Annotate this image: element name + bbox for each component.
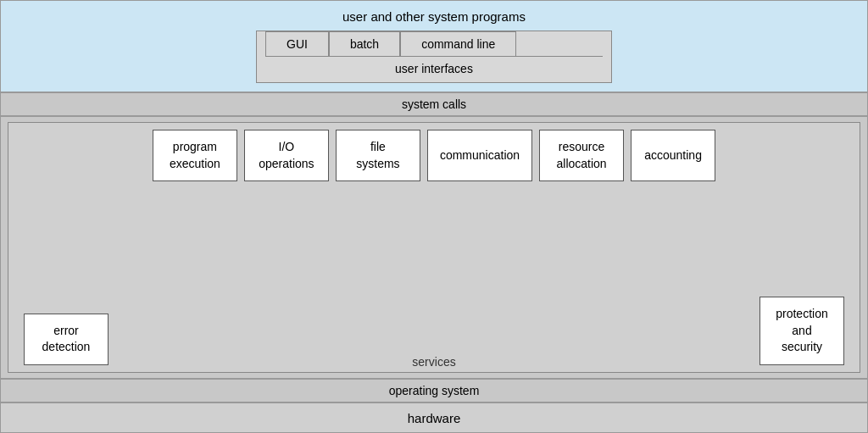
batch-item: batch	[329, 31, 400, 56]
gui-item: GUI	[265, 31, 329, 56]
service-protection-security: protectionandsecurity	[760, 297, 844, 365]
operating-system-layer: operating system	[0, 379, 868, 402]
user-interfaces-box: GUI batch command line user interfaces	[256, 31, 612, 83]
user-programs-layer: user and other system programs GUI batch…	[0, 0, 868, 92]
ui-interfaces-label: user interfaces	[265, 57, 603, 75]
ui-interfaces-top: GUI batch command line	[265, 31, 603, 57]
service-file-systems: filesystems	[336, 130, 420, 181]
service-program-execution: programexecution	[153, 130, 237, 181]
service-accounting: accounting	[631, 130, 715, 181]
hardware-label: hardware	[408, 411, 461, 425]
hardware-layer: hardware	[0, 402, 868, 433]
system-calls-layer: system calls	[0, 92, 868, 116]
user-programs-title: user and other system programs	[342, 9, 526, 24]
services-inner-box: programexecution I/Ooperations filesyste…	[8, 122, 860, 373]
system-calls-label: system calls	[402, 97, 466, 111]
service-resource-allocation: resourceallocation	[539, 130, 624, 181]
services-label: services	[412, 355, 455, 369]
service-io-operations: I/Ooperations	[244, 130, 329, 181]
services-top-row: programexecution I/Ooperations filesyste…	[15, 130, 853, 181]
service-communication: communication	[427, 130, 532, 181]
service-error-detection: errordetection	[24, 314, 108, 365]
os-outer-layer: programexecution I/Ooperations filesyste…	[0, 116, 868, 379]
services-bottom-row: errordetection protectionandsecurity	[15, 188, 853, 365]
command-line-item: command line	[400, 31, 516, 56]
operating-system-label: operating system	[389, 384, 480, 397]
